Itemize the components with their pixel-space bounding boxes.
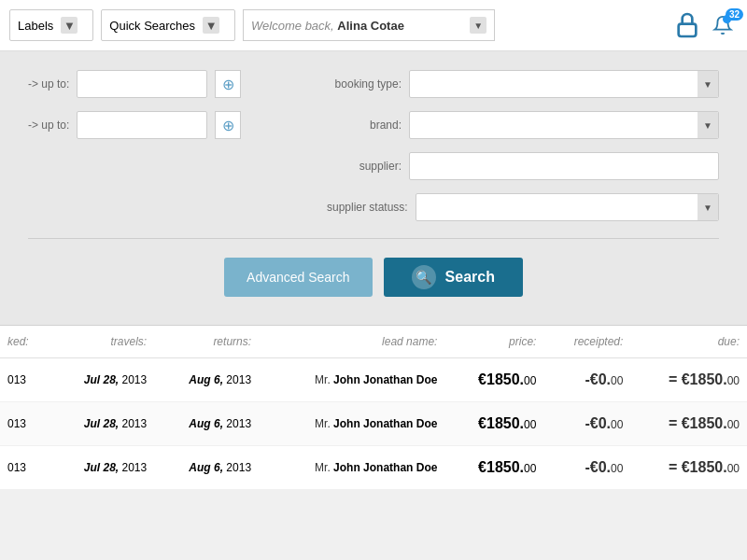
brand-row: brand: ▼ — [327, 111, 719, 139]
search-icon: 🔍 — [412, 265, 436, 289]
supplier-status-arrow-icon: ▼ — [698, 194, 718, 220]
cell-returns: Aug 6, 2013 — [154, 358, 259, 402]
header-row: ked: travels: returns: lead name: price:… — [0, 326, 747, 358]
booking-type-row: booking type: ▼ — [327, 70, 719, 98]
supplier-status-row: supplier statuss: ▼ — [327, 193, 719, 221]
svg-rect-0 — [679, 24, 697, 36]
welcome-text: Welcome back, Alina Cotae — [251, 19, 404, 33]
col-header-price: price: — [444, 326, 543, 358]
cell-lead-name: Mr. John Jonathan Doe — [259, 358, 444, 402]
supplier-status-select-wrap[interactable]: ▼ — [416, 193, 719, 221]
lock-button[interactable] — [672, 10, 702, 40]
notification-badge: 32 — [726, 8, 743, 21]
table-row[interactable]: 013 Jul 28, 2013 Aug 6, 2013 Mr. John Jo… — [0, 446, 747, 490]
cell-travels: Jul 28, 2013 — [49, 358, 154, 402]
cell-price: €1850.00 — [444, 402, 543, 446]
booking-type-label: booking type: — [327, 77, 402, 91]
cell-lead-name: Mr. John Jonathan Doe — [259, 446, 444, 490]
search-form: -> up to: ⊕ -> up to: ⊕ booking type: ▼ … — [28, 70, 719, 221]
cell-ked: 013 — [0, 446, 49, 490]
cell-due: = €1850.00 — [630, 402, 747, 446]
date-input-1[interactable] — [77, 70, 207, 98]
booking-type-select-wrap[interactable]: ▼ — [409, 70, 719, 98]
supplier-status-select[interactable] — [416, 194, 698, 220]
divider — [28, 238, 719, 239]
supplier-input[interactable] — [409, 152, 719, 180]
cell-travels: Jul 28, 2013 — [49, 402, 154, 446]
labels-label: Labels — [18, 19, 53, 33]
cell-returns: Aug 6, 2013 — [154, 402, 259, 446]
quick-searches-label: Quick Searches — [109, 19, 195, 33]
cell-ked: 013 — [0, 402, 49, 446]
form-right: booking type: ▼ brand: ▼ supplier: suppl… — [327, 70, 719, 221]
topbar-icons: 32 — [672, 10, 738, 40]
cell-due: = €1850.00 — [630, 446, 747, 490]
cell-receipted: -€0.00 — [543, 358, 630, 402]
labels-dropdown[interactable]: Labels ▼ — [9, 9, 93, 41]
form-left: -> up to: ⊕ -> up to: ⊕ — [28, 70, 289, 221]
date-row1-label: -> up to: — [28, 77, 69, 91]
advanced-search-button[interactable]: Advanced Search — [224, 258, 373, 297]
results-area: ked: travels: returns: lead name: price:… — [0, 326, 747, 490]
cell-due: = €1850.00 — [630, 358, 747, 402]
brand-select-wrap[interactable]: ▼ — [409, 111, 719, 139]
date-row-1: -> up to: ⊕ — [28, 70, 289, 98]
cell-receipted: -€0.00 — [543, 402, 630, 446]
search-panel: -> up to: ⊕ -> up to: ⊕ booking type: ▼ … — [0, 51, 747, 326]
search-button[interactable]: 🔍 Search — [384, 258, 523, 297]
cell-receipted: -€0.00 — [543, 446, 630, 490]
brand-select[interactable] — [410, 112, 698, 138]
table-row[interactable]: 013 Jul 28, 2013 Aug 6, 2013 Mr. John Jo… — [0, 358, 747, 402]
quick-searches-arrow-icon: ▼ — [203, 17, 219, 34]
topbar: Labels ▼ Quick Searches ▼ Welcome back, … — [0, 0, 747, 51]
cell-lead-name: Mr. John Jonathan Doe — [259, 402, 444, 446]
cell-ked: 013 — [0, 358, 49, 402]
supplier-status-label: supplier statuss: — [327, 201, 408, 214]
supplier-label: supplier: — [327, 160, 402, 173]
action-row: Advanced Search 🔍 Search — [28, 258, 719, 297]
calendar-button-2[interactable]: ⊕ — [215, 111, 241, 139]
notifications-button[interactable]: 32 — [708, 10, 738, 40]
labels-arrow-icon: ▼ — [61, 17, 78, 34]
col-header-lead-name: lead name: — [259, 326, 444, 358]
date-row-2: -> up to: ⊕ — [28, 111, 289, 139]
table-body: 013 Jul 28, 2013 Aug 6, 2013 Mr. John Jo… — [0, 358, 747, 490]
col-header-due: due: — [630, 326, 747, 358]
col-header-ked: ked: — [0, 326, 49, 358]
col-header-receipted: receipted: — [543, 326, 630, 358]
date-row2-label: -> up to: — [28, 119, 69, 132]
brand-label: brand: — [327, 119, 402, 132]
lock-icon — [672, 10, 702, 40]
col-header-returns: returns: — [154, 326, 259, 358]
cell-price: €1850.00 — [444, 446, 543, 490]
cell-returns: Aug 6, 2013 — [154, 446, 259, 490]
results-table: ked: travels: returns: lead name: price:… — [0, 326, 747, 490]
calendar-button-1[interactable]: ⊕ — [215, 70, 241, 98]
table-header: ked: travels: returns: lead name: price:… — [0, 326, 747, 358]
search-label: Search — [445, 269, 495, 286]
table-row[interactable]: 013 Jul 28, 2013 Aug 6, 2013 Mr. John Jo… — [0, 402, 747, 446]
welcome-area: Welcome back, Alina Cotae ▼ — [243, 9, 495, 41]
brand-arrow-icon: ▼ — [698, 112, 718, 138]
cell-price: €1850.00 — [444, 358, 543, 402]
supplier-row: supplier: — [327, 152, 719, 180]
booking-type-arrow-icon: ▼ — [698, 71, 718, 97]
welcome-arrow-icon: ▼ — [470, 17, 486, 34]
quick-searches-dropdown[interactable]: Quick Searches ▼ — [101, 9, 235, 41]
cell-travels: Jul 28, 2013 — [49, 446, 154, 490]
booking-type-select[interactable] — [410, 71, 698, 97]
col-header-travels: travels: — [49, 326, 154, 358]
date-input-2[interactable] — [77, 111, 207, 139]
